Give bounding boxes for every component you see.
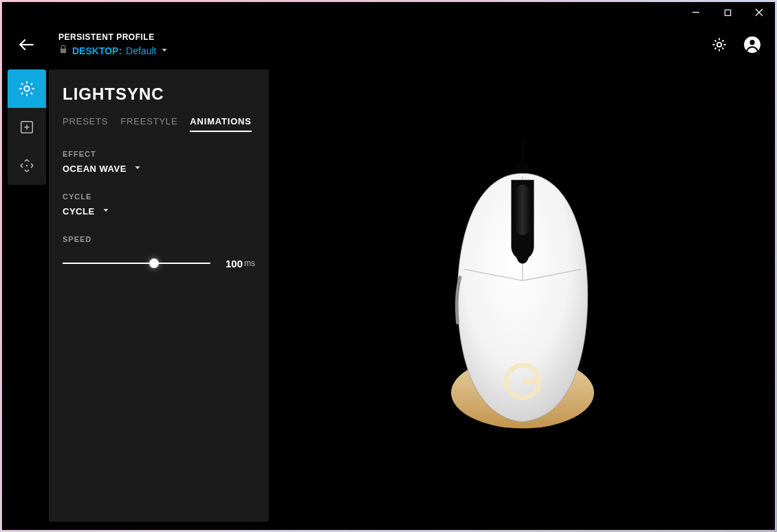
close-button[interactable] (743, 2, 775, 23)
plus-square-icon (19, 120, 34, 135)
mode-rail (8, 69, 46, 185)
svg-point-5 (717, 43, 721, 47)
window-controls (680, 2, 775, 23)
maximize-button[interactable] (712, 2, 743, 23)
cycle-field: CYCLE CYCLE (63, 192, 255, 217)
profile-block: PERSISTENT PROFILE DESKTOP: Default (58, 32, 168, 57)
chevron-down-icon (133, 162, 142, 175)
speed-label: SPEED (63, 235, 255, 243)
tab-freestyle[interactable]: FREESTYLE (120, 116, 177, 132)
cycle-label: CYCLE (63, 192, 255, 201)
svg-rect-21 (520, 141, 525, 165)
svg-line-16 (21, 93, 23, 94)
rail-move[interactable] (8, 146, 46, 185)
svg-rect-29 (535, 379, 540, 393)
svg-rect-25 (515, 185, 529, 235)
profile-prefix: DESKTOP: (72, 45, 122, 56)
svg-line-13 (21, 83, 23, 85)
svg-point-20 (26, 165, 28, 166)
settings-button[interactable] (710, 36, 728, 54)
lock-icon (58, 45, 68, 57)
rail-lightsync[interactable] (8, 69, 46, 108)
move-icon (19, 157, 35, 174)
speed-value: 100 (226, 258, 243, 269)
panel-tabs: PRESETS FREESTYLE ANIMATIONS (63, 116, 255, 132)
slider-thumb[interactable] (149, 258, 159, 268)
header-right (710, 36, 761, 54)
effect-field: EFFECT OCEAN WAVE (63, 150, 255, 175)
svg-line-14 (31, 93, 32, 94)
speed-field: SPEED 100ms (63, 235, 255, 274)
chevron-down-icon (160, 45, 168, 57)
cycle-value: CYCLE (63, 206, 95, 217)
profile-label: PERSISTENT PROFILE (58, 32, 168, 42)
cycle-select[interactable]: CYCLE (63, 205, 255, 217)
settings-panel: LIGHTSYNC PRESETS FREESTYLE ANIMATIONS E… (49, 69, 269, 522)
header: PERSISTENT PROFILE DESKTOP: Default (16, 25, 761, 64)
effect-select[interactable]: OCEAN WAVE (63, 162, 255, 175)
brightness-icon (18, 80, 36, 98)
device-preview (277, 69, 768, 522)
svg-rect-1 (725, 10, 730, 15)
speed-slider[interactable]: 100ms (63, 253, 255, 274)
svg-point-7 (749, 40, 754, 45)
back-button[interactable] (16, 34, 38, 56)
tab-animations[interactable]: ANIMATIONS (190, 116, 251, 132)
gear-icon (711, 36, 727, 53)
user-icon (743, 36, 761, 54)
minimize-button[interactable] (680, 2, 712, 23)
svg-point-26 (516, 246, 529, 264)
slider-track (63, 263, 210, 264)
chevron-down-icon (102, 205, 110, 217)
panel-title: LIGHTSYNC (63, 85, 255, 104)
tab-presets[interactable]: PRESETS (63, 116, 108, 132)
svg-point-8 (24, 86, 29, 91)
svg-line-15 (31, 83, 32, 85)
effect-label: EFFECT (63, 150, 255, 158)
account-button[interactable] (743, 36, 761, 54)
profile-selector[interactable]: DESKTOP: Default (58, 45, 168, 57)
app-window: PERSISTENT PROFILE DESKTOP: Default (1, 1, 776, 531)
profile-name: Default (126, 45, 156, 56)
effect-value: OCEAN WAVE (63, 164, 127, 174)
rail-add[interactable] (8, 108, 46, 146)
mouse-illustration (433, 141, 612, 450)
speed-unit: ms (244, 258, 255, 268)
